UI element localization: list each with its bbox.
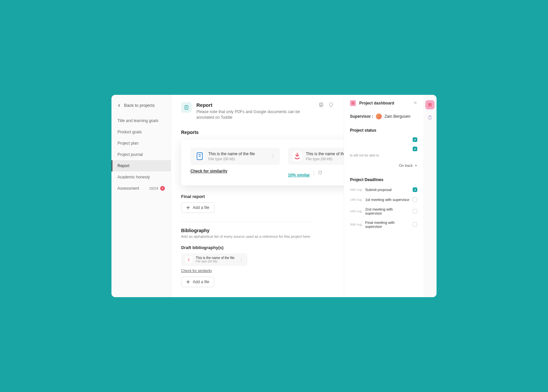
bibliography-title: Bibliography	[181, 228, 334, 233]
back-link-label: Back to projects	[124, 103, 155, 108]
chevron-left-icon	[117, 104, 121, 107]
print-icon[interactable]	[318, 102, 324, 107]
deadline-row-2: 24th Aug 2nd meeting with supervisor	[350, 207, 417, 215]
final-report-heading: Final report	[181, 194, 334, 199]
bibliography-desc: Add an alphabetical list of every source…	[181, 234, 334, 238]
supervisor-avatar	[376, 113, 382, 119]
side-rail	[423, 95, 437, 297]
add-file-button-final[interactable]: Add a file	[181, 202, 214, 213]
nav-report[interactable]: Report	[111, 160, 171, 171]
status-checkbox-1[interactable]	[413, 137, 417, 142]
file-card-1[interactable]: This is the name of the file File type (…	[190, 148, 280, 165]
supervisor-name: Zain Bergusen	[384, 114, 410, 119]
page-subtitle: Please note that only PDFs and Google do…	[196, 109, 303, 120]
nav-academic-honesty[interactable]: Academic honesty	[111, 171, 171, 183]
dashboard-panel: Project dashboard Supervisor : Zain Berg…	[344, 95, 423, 297]
biblio-file-name: This is the name of the file	[196, 256, 236, 260]
nav-project-journal[interactable]: Project journal	[111, 149, 171, 160]
refresh-similarity-icon[interactable]	[318, 170, 322, 176]
status-checkbox-2[interactable]	[413, 147, 417, 151]
chevron-down-icon	[415, 164, 417, 167]
biblio-file-menu[interactable]: ⋮	[240, 257, 243, 262]
assessment-badge: 9	[160, 186, 165, 191]
back-to-projects-link[interactable]: Back to projects	[111, 100, 171, 110]
plus-icon	[186, 280, 190, 284]
file-1-name: This is the name of the file	[208, 152, 267, 156]
page-title: Report	[196, 102, 314, 108]
similarity-result[interactable]: 10% similar	[288, 173, 310, 177]
deadline-checkbox-2[interactable]	[413, 209, 417, 214]
document-icon	[195, 152, 204, 161]
file-2-name: This is the name of the file	[306, 152, 344, 156]
rail-dashboard-button[interactable]	[425, 100, 435, 109]
close-dashboard-button[interactable]	[413, 100, 417, 106]
deadline-row-0: 04th Aug Submit proposal	[350, 187, 417, 192]
svg-rect-14	[352, 102, 354, 104]
assessment-count: 18/24	[149, 186, 158, 190]
on-track-select[interactable]: On track	[399, 163, 417, 167]
nav-project-plan[interactable]: Project plan	[111, 138, 171, 149]
bibliography-file-card[interactable]: This is the name of the file File type (…	[181, 253, 247, 266]
deadline-checkbox-0[interactable]	[413, 187, 417, 192]
biblio-file-meta: File type (00 kB)	[196, 260, 236, 263]
check-similarity-link-biblio[interactable]: Check for similarity	[181, 269, 212, 273]
pdf-icon	[293, 152, 302, 161]
main-content: Report Please note that only PDFs and Go…	[171, 95, 344, 297]
status-note: ts will not be able to	[350, 153, 417, 158]
pin-icon[interactable]	[328, 102, 334, 107]
plus-icon	[186, 206, 190, 210]
pdf-icon	[185, 256, 192, 263]
file-card-2[interactable]: This is the name of the file File type (…	[288, 148, 344, 165]
nav-product-goals[interactable]: Product goals	[111, 126, 171, 138]
nav-assessment[interactable]: Assessment 18/24 9	[111, 183, 171, 194]
nav-list: Title and learning goals Product goals P…	[111, 115, 171, 194]
file-comparison-row: This is the name of the file File type (…	[181, 140, 344, 185]
draft-bibliography-heading: Draft bibliography(s)	[181, 245, 334, 250]
dashboard-title: Project dashboard	[359, 101, 410, 105]
add-file-button-biblio[interactable]: Add a file	[181, 277, 214, 287]
nav-title-learning-goals[interactable]: Title and learning goals	[111, 115, 171, 126]
file-1-menu[interactable]: ⋮	[271, 154, 275, 159]
report-page-icon	[181, 102, 192, 113]
deadline-row-1: 14th Aug 1st meeting with supervisor	[350, 197, 417, 202]
deadlines-title: Project Deadlines	[350, 177, 417, 182]
deadline-row-3: 30th Aug Final meeting with supervisor	[350, 221, 417, 229]
sidebar: Back to projects Title and learning goal…	[111, 95, 171, 297]
supervisor-label: Supervisor :	[350, 114, 373, 119]
file-1-meta: File type (00 kB)	[208, 157, 267, 161]
file-2-meta: File type (00 kB)	[306, 157, 344, 161]
check-similarity-link-1[interactable]: Check for similarity	[190, 169, 227, 173]
project-status-title: Project status	[350, 128, 417, 133]
reports-heading: Reports	[181, 130, 334, 135]
deadline-checkbox-1[interactable]	[413, 197, 417, 202]
deadline-checkbox-3[interactable]	[413, 222, 417, 227]
dashboard-icon	[350, 100, 356, 106]
rail-clipboard-button[interactable]	[425, 113, 435, 122]
divider	[181, 222, 314, 222]
